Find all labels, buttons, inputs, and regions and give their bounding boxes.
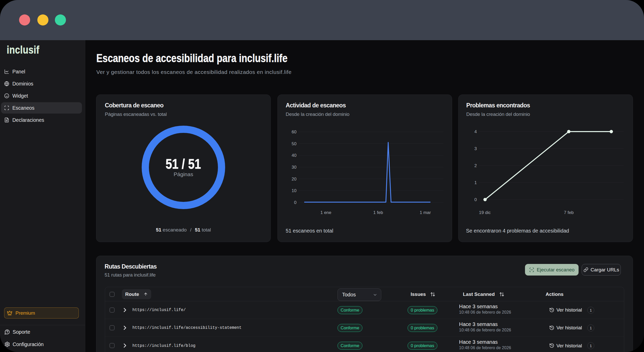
svg-text:1 feb: 1 feb — [373, 210, 383, 215]
svg-text:10: 10 — [292, 188, 296, 193]
svg-text:50: 50 — [292, 141, 296, 146]
svg-text:0: 0 — [294, 200, 296, 205]
svg-text:2: 2 — [474, 163, 477, 168]
svg-text:1 mar: 1 mar — [420, 210, 431, 215]
svg-text:60: 60 — [292, 130, 296, 134]
svg-text:4: 4 — [474, 129, 477, 134]
svg-text:40: 40 — [292, 153, 296, 158]
svg-text:0: 0 — [474, 197, 477, 202]
svg-text:20: 20 — [292, 177, 296, 182]
svg-text:7 feb: 7 feb — [564, 210, 574, 215]
svg-text:30: 30 — [292, 165, 296, 170]
svg-text:19 dic: 19 dic — [479, 210, 491, 215]
svg-text:3: 3 — [474, 146, 477, 151]
svg-text:1 ene: 1 ene — [320, 210, 332, 215]
svg-text:1: 1 — [474, 180, 477, 185]
